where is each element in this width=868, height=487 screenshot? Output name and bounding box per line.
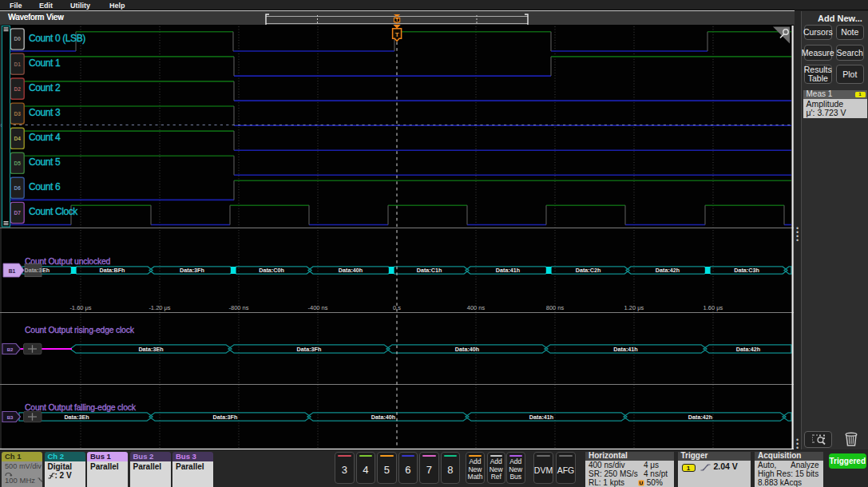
svg-text:Data:42h: Data:42h (736, 346, 760, 353)
svg-text:-800 ns: -800 ns (228, 304, 248, 311)
svg-text:D6: D6 (14, 185, 22, 191)
svg-text:Data:40h: Data:40h (371, 414, 395, 421)
svg-text:D1: D1 (14, 61, 22, 67)
svg-text:Data:41h: Data:41h (613, 346, 637, 353)
svg-text:Count 5: Count 5 (29, 156, 61, 168)
svg-text:D3: D3 (14, 111, 22, 117)
svg-text:Data:3: Data:3 (25, 267, 42, 274)
svg-text:Data:3Fh: Data:3Fh (213, 414, 238, 421)
svg-text:800 ns: 800 ns (546, 304, 565, 311)
svg-text:B3: B3 (7, 415, 14, 420)
svg-text:Data:42h: Data:42h (656, 267, 680, 274)
svg-text:B1: B1 (9, 268, 16, 274)
svg-text:Data:40h: Data:40h (339, 267, 363, 274)
svg-text:Data:42h: Data:42h (688, 414, 712, 421)
svg-text:-1.60 μs: -1.60 μs (69, 304, 91, 311)
svg-text:Data:C1h: Data:C1h (417, 267, 442, 274)
svg-text:Count 0 (LSB): Count 0 (LSB) (29, 33, 85, 44)
svg-text:1.60 μs: 1.60 μs (704, 304, 723, 311)
svg-text:Data:C0h: Data:C0h (259, 267, 284, 274)
svg-text:Count 6: Count 6 (29, 181, 61, 192)
svg-text:Data:BFh: Data:BFh (100, 267, 125, 274)
svg-text:Data:41h: Data:41h (529, 414, 553, 421)
svg-text:Data:41h: Data:41h (496, 267, 520, 274)
svg-text:400 ns: 400 ns (467, 304, 486, 311)
svg-text:D0: D0 (14, 36, 22, 42)
svg-text:Count Output rising-edge clock: Count Output rising-edge clock (25, 326, 135, 335)
svg-text:Data:3Fh: Data:3Fh (180, 267, 204, 274)
svg-text:Data:3Eh: Data:3Eh (64, 414, 89, 421)
svg-text:T: T (395, 31, 399, 38)
svg-text:Eh: Eh (42, 267, 50, 274)
svg-text:Data:40h: Data:40h (455, 346, 479, 353)
svg-text:Data:C2h: Data:C2h (576, 267, 601, 274)
svg-text:D2: D2 (14, 86, 22, 92)
svg-text:Data:C3h: Data:C3h (734, 267, 759, 274)
svg-text:D4: D4 (14, 136, 22, 141)
svg-text:Data:3Fh: Data:3Fh (297, 346, 322, 353)
svg-text:Count 3: Count 3 (29, 107, 61, 118)
svg-text:Count Clock: Count Clock (29, 206, 78, 217)
svg-text:D7: D7 (14, 210, 22, 216)
svg-text:Count 1: Count 1 (29, 57, 61, 69)
svg-text:Count Output falling-edge cloc: Count Output falling-edge clock (25, 403, 137, 412)
svg-text:Count 2: Count 2 (29, 82, 61, 93)
svg-text:Count 4: Count 4 (29, 132, 61, 143)
svg-text:Data:3Eh: Data:3Eh (138, 346, 163, 353)
svg-text:D5: D5 (14, 160, 22, 166)
svg-text:-400 ns: -400 ns (307, 304, 327, 311)
svg-text:1.20 μs: 1.20 μs (624, 304, 644, 311)
svg-text:B2: B2 (7, 347, 14, 352)
svg-text:-1.20 μs: -1.20 μs (149, 304, 170, 311)
